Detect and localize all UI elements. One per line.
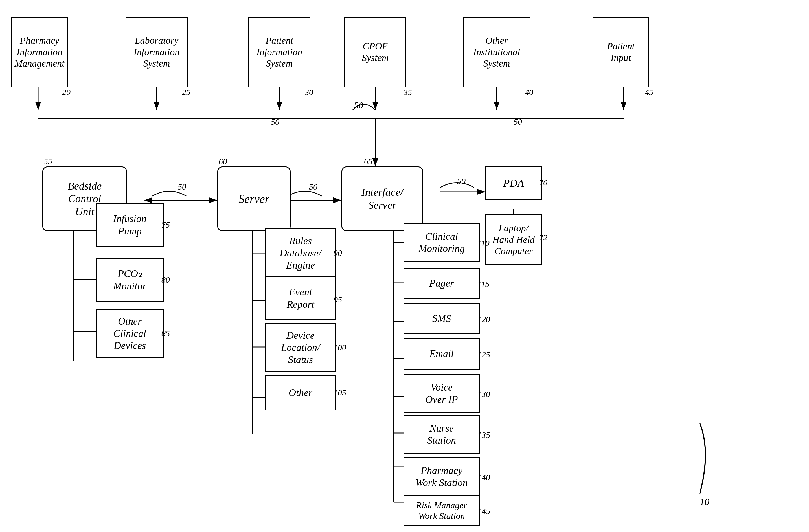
- lab-info-ref: 25: [182, 87, 190, 97]
- device-location-label: Device Location/ Status: [281, 330, 320, 366]
- sms-label: SMS: [432, 313, 451, 325]
- laptop-box: Laptop/ Hand Held Computer: [485, 214, 542, 265]
- diagram-ref: 10: [700, 496, 709, 507]
- pda-label: PDA: [503, 177, 524, 190]
- pharmacy-info-box: Pharmacy Information Management: [11, 17, 68, 87]
- risk-manager-label: Risk Manager Work Station: [416, 500, 467, 521]
- pco2-box: PCO₂ Monitor: [96, 258, 163, 302]
- lab-info-box: Laboratory Information System: [125, 17, 188, 87]
- interface-ref: 65: [364, 157, 373, 166]
- other-ref: 105: [333, 388, 346, 397]
- interface-box: Interface/ Server: [341, 166, 423, 231]
- server-ref: 60: [219, 157, 227, 166]
- pco2-label: PCO₂ Monitor: [113, 268, 147, 292]
- other-clinical-ref: 85: [161, 329, 170, 338]
- event-report-label: Event Report: [287, 286, 314, 310]
- email-label: Email: [429, 348, 454, 360]
- pager-label: Pager: [429, 277, 454, 289]
- risk-manager-box: Risk Manager Work Station: [403, 495, 480, 526]
- cpoe-box: CPOE System: [344, 17, 406, 87]
- nurse-station-box: Nurse Station: [403, 415, 480, 454]
- laptop-ref: 72: [539, 233, 547, 242]
- clinical-monitoring-ref: 110: [478, 238, 489, 248]
- patient-input-box: Patient Input: [592, 17, 649, 87]
- patient-info-ref: 30: [305, 87, 313, 97]
- event-report-box: Event Report: [265, 277, 336, 320]
- conn-50-3: 50: [457, 176, 466, 186]
- patient-input-ref: 45: [645, 87, 653, 97]
- pharmacy-ws-label: Pharmacy Work Station: [415, 465, 468, 489]
- bus-ref-1: 50: [354, 100, 363, 110]
- infusion-pump-box: Infusion Pump: [96, 203, 163, 247]
- infusion-pump-label: Infusion Pump: [113, 213, 147, 237]
- other-label: Other: [289, 387, 312, 399]
- laptop-label: Laptop/ Hand Held Computer: [493, 223, 535, 257]
- conn-50-2: 50: [309, 182, 317, 192]
- patient-input-label: Patient Input: [607, 41, 635, 64]
- rules-db-ref: 90: [333, 248, 342, 258]
- server-label: Server: [238, 192, 270, 206]
- lab-info-label: Laboratory Information System: [134, 35, 179, 69]
- other-inst-box: Other Institutional System: [463, 17, 531, 87]
- rules-db-label: Rules Database/ Engine: [280, 235, 322, 272]
- pharmacy-info-label: Pharmacy Information Management: [14, 35, 65, 69]
- server-box: Server: [217, 166, 291, 231]
- other-clinical-box: Other Clinical Devices: [96, 309, 163, 358]
- pda-box: PDA: [485, 166, 542, 200]
- cpoe-ref: 35: [403, 87, 412, 97]
- clinical-monitoring-label: Clinical Monitoring: [418, 230, 465, 255]
- pco2-ref: 80: [161, 275, 170, 285]
- pager-box: Pager: [403, 268, 480, 299]
- other-box: Other: [265, 375, 336, 410]
- clinical-monitoring-box: Clinical Monitoring: [403, 223, 480, 262]
- nurse-station-label: Nurse Station: [427, 422, 456, 446]
- device-location-ref: 100: [333, 343, 346, 352]
- voice-ip-box: Voice Over IP: [403, 374, 480, 413]
- patient-info-label: Patient Information System: [257, 35, 302, 69]
- sms-box: SMS: [403, 303, 480, 334]
- email-ref: 125: [478, 350, 490, 359]
- conn-50-4: 50: [514, 117, 522, 127]
- pda-ref: 70: [539, 178, 547, 187]
- rules-db-box: Rules Database/ Engine: [265, 229, 336, 278]
- pager-ref: 115: [478, 279, 489, 289]
- event-report-ref: 95: [333, 295, 342, 304]
- infusion-pump-ref: 75: [161, 220, 170, 230]
- pharmacy-info-ref: 20: [62, 87, 71, 97]
- conn-50-1: 50: [178, 182, 186, 192]
- interface-label: Interface/ Server: [361, 186, 403, 212]
- risk-manager-ref: 145: [478, 506, 490, 516]
- device-location-box: Device Location/ Status: [265, 323, 336, 372]
- voice-ip-ref: 130: [478, 389, 490, 399]
- pharmacy-ws-ref: 140: [478, 473, 490, 482]
- other-inst-label: Other Institutional System: [473, 35, 520, 69]
- bedside-ref: 55: [44, 157, 52, 166]
- voice-ip-label: Voice Over IP: [426, 382, 458, 406]
- conn-50-top: 50: [271, 117, 279, 127]
- other-clinical-label: Other Clinical Devices: [114, 315, 146, 352]
- cpoe-label: CPOE System: [362, 41, 389, 64]
- patient-info-box: Patient Information System: [248, 17, 310, 87]
- other-inst-ref: 40: [525, 87, 533, 97]
- nurse-station-ref: 135: [478, 430, 490, 440]
- email-box: Email: [403, 338, 480, 370]
- sms-ref: 120: [478, 315, 490, 324]
- pharmacy-ws-box: Pharmacy Work Station: [403, 457, 480, 496]
